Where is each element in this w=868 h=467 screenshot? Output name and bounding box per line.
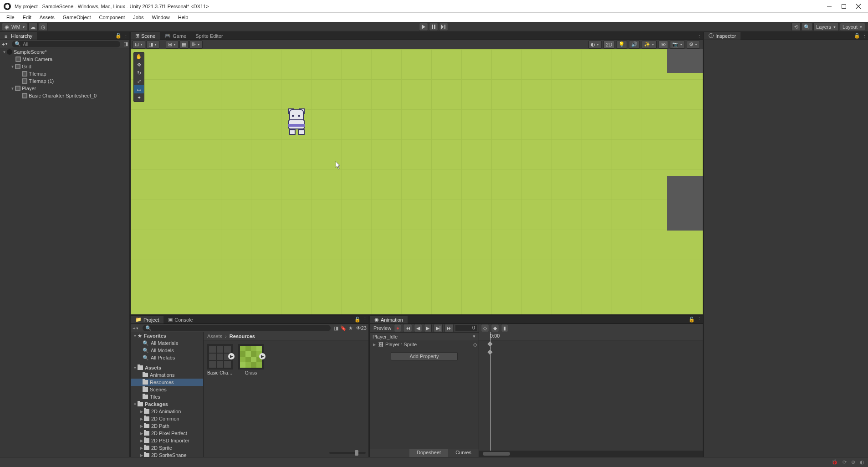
chevron-down-icon[interactable]: ▼ [133, 402, 138, 406]
maximize-button[interactable] [841, 3, 847, 10]
game-tab[interactable]: 🎮 Game [160, 32, 191, 40]
asset-item[interactable]: ▶ Grass [238, 344, 264, 375]
2d-toggle[interactable]: 2D [603, 41, 614, 49]
breadcrumb-item[interactable]: Assets [207, 334, 222, 339]
project-lock-button[interactable]: 🔓 [354, 316, 361, 323]
tree-item[interactable]: Scenes [131, 386, 203, 393]
add-property-button[interactable]: Add Property [391, 352, 457, 360]
project-filter-type[interactable]: ◨ [332, 325, 340, 331]
chevron-right-icon[interactable]: ▶ [139, 410, 144, 414]
tree-item[interactable]: ▶2D Path [131, 422, 203, 430]
project-filter-label[interactable]: 🔖 [340, 325, 347, 331]
inspector-tab[interactable]: ⓘ Inspector [704, 32, 740, 40]
project-tab[interactable]: 📁 Project [131, 316, 163, 323]
fx-dropdown[interactable]: ✨▼ [642, 41, 657, 49]
keyframe-marker[interactable] [487, 349, 492, 354]
tree-item[interactable]: ▶2D Animation [131, 408, 203, 415]
tree-item-scene[interactable]: ▼ SampleScene* [0, 48, 129, 56]
hierarchy-search-input[interactable]: 🔍 All [12, 41, 120, 47]
account-dropdown[interactable]: ◉ WM ▼ [2, 23, 27, 31]
tree-item-main-camera[interactable]: Main Camera [0, 56, 129, 63]
inspector-lock-button[interactable]: 🔓 [853, 32, 861, 40]
undo-history-button[interactable]: ⟲ [791, 23, 801, 31]
chevron-down-icon[interactable]: ▼ [10, 65, 15, 69]
scene-menu-button[interactable]: ⋮ [695, 32, 703, 40]
minimize-button[interactable] [826, 3, 832, 10]
chevron-right-icon[interactable]: ▶ [139, 453, 144, 457]
chevron-down-icon[interactable]: ▼ [2, 50, 7, 54]
menu-component[interactable]: Component [95, 14, 128, 21]
menu-help[interactable]: Help [174, 14, 192, 21]
hierarchy-add-button[interactable]: +▼ [0, 41, 10, 47]
grid-toggle[interactable]: ⊞▼ [166, 41, 179, 49]
move-tool[interactable]: ✥ [134, 61, 144, 69]
menu-assets[interactable]: Assets [36, 14, 58, 21]
scene-tab[interactable]: ⊞ Scene [131, 32, 160, 40]
project-menu-button[interactable]: ⋮ [361, 316, 368, 323]
hierarchy-filter-button[interactable]: ◨ [122, 41, 129, 47]
chevron-right-icon[interactable]: ▶ [139, 417, 144, 421]
cache-icon[interactable]: ⊘ [851, 459, 855, 465]
frame-input[interactable]: 0 [455, 325, 477, 331]
tree-item[interactable]: ▶2D Common [131, 415, 203, 422]
transform-tool[interactable]: ✦ [134, 93, 144, 102]
property-row[interactable]: ▶ 🖼 Player : Sprite ◇ [370, 340, 479, 349]
snap-increment-dropdown[interactable]: ⊪▼ [189, 41, 203, 49]
bug-icon[interactable]: 🐞 [832, 459, 838, 465]
chevron-right-icon[interactable]: ▶ [139, 431, 144, 436]
hierarchy-lock-button[interactable]: 🔓 [115, 32, 122, 40]
chevron-down-icon[interactable]: ▼ [133, 334, 138, 338]
curves-tab[interactable]: Curves [448, 449, 479, 457]
menu-jobs[interactable]: Jobs [129, 14, 147, 21]
project-search-input[interactable]: 🔍 [143, 325, 331, 331]
autosave-icon[interactable]: ⟳ [842, 459, 847, 465]
chevron-right-icon[interactable]: ▶ [139, 439, 144, 443]
tree-item-tilemap-1[interactable]: Tilemap (1) [0, 77, 129, 85]
activity-icon[interactable]: ◐ [860, 459, 864, 465]
hidden-toggle[interactable]: 👁 [659, 41, 668, 49]
hidden-count-toggle[interactable]: 👁 23 [354, 325, 368, 331]
dopesheet-tab[interactable]: Dopesheet [409, 449, 448, 457]
layout-dropdown[interactable]: Layout ▼ [840, 23, 865, 31]
tree-item-resources[interactable]: Resources [131, 379, 203, 386]
menu-edit[interactable]: Edit [19, 14, 35, 21]
chevron-down-icon[interactable]: ▼ [10, 87, 15, 91]
version-control-button[interactable]: ◷ [39, 23, 48, 31]
project-add-button[interactable]: +▼ [131, 325, 141, 331]
layers-dropdown[interactable]: Layers ▼ [813, 23, 839, 31]
hierarchy-menu-button[interactable]: ⋮ [122, 32, 129, 40]
tree-item[interactable]: ▶2D SpriteShape [131, 452, 203, 457]
keyframe-indicator-icon[interactable]: ◇ [473, 342, 477, 348]
menu-gameobject[interactable]: GameObject [59, 14, 95, 21]
menu-window[interactable]: Window [148, 14, 174, 21]
chevron-right-icon[interactable]: ▶ [372, 343, 377, 347]
step-button[interactable] [439, 23, 448, 31]
sprite-editor-tab[interactable]: Sprite Editor [191, 32, 228, 40]
hierarchy-tab[interactable]: ≡ Hierarchy [0, 32, 37, 40]
keyframe-marker[interactable] [487, 341, 492, 346]
draw-mode-dropdown[interactable]: ◐▼ [588, 41, 602, 49]
record-button[interactable]: ● [394, 324, 401, 332]
tree-item[interactable]: ▶2D Pixel Perfect [131, 430, 203, 437]
rotate-tool[interactable]: ↻ [134, 69, 144, 77]
pivot-dropdown[interactable]: ⊡▼ [133, 41, 145, 49]
snap-toggle[interactable]: ▦ [179, 41, 189, 49]
animation-lock-button[interactable]: 🔓 [688, 316, 695, 323]
preview-label[interactable]: Preview [372, 325, 393, 331]
close-button[interactable] [855, 3, 862, 10]
filter-button[interactable]: ▮ [501, 324, 508, 332]
audio-toggle[interactable]: 🔊 [629, 41, 640, 49]
assets-header[interactable]: ▼ Assets [131, 364, 203, 371]
player-sprite[interactable] [286, 109, 307, 135]
thumbnail-size-slider[interactable] [329, 452, 366, 454]
anim-play-button[interactable]: ▶ [424, 324, 432, 332]
add-event-button[interactable]: ◆ [491, 324, 499, 332]
tree-item[interactable]: ▶2D Sprite [131, 444, 203, 452]
inspector-menu-button[interactable]: ⋮ [861, 32, 868, 40]
tree-item[interactable]: Animations [131, 371, 203, 379]
tree-item[interactable]: Tiles [131, 393, 203, 400]
menu-file[interactable]: File [3, 14, 18, 21]
timeline-scrollbar[interactable] [479, 451, 703, 457]
next-key-button[interactable]: ▶| [434, 324, 443, 332]
tree-item[interactable]: ▶2D PSD Importer [131, 437, 203, 444]
